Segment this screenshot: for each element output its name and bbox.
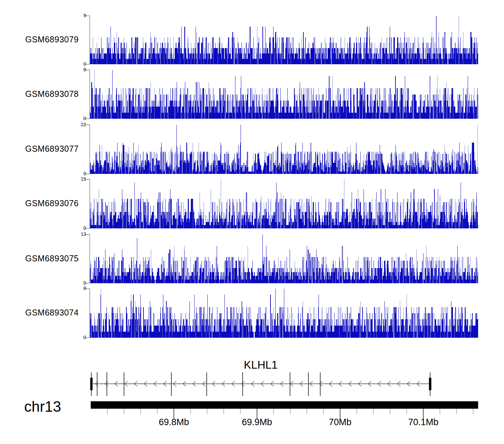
y-axis-max-label: 22 <box>69 122 86 127</box>
y-axis-max-label: 13 <box>69 231 86 237</box>
y-axis-min-label: 0 <box>69 225 86 231</box>
y-axis-max-label: 9 <box>69 13 86 18</box>
y-axis-max-label: 8 <box>69 286 86 291</box>
chromosome-ruler-layer <box>91 401 478 419</box>
gene-name-label: KLHL1 <box>210 359 311 371</box>
y-axis-min-label: 0 <box>69 61 86 67</box>
genome-browser-view: KLHL1 chr13 GSM689307990GSM689307880GSM6… <box>0 0 504 444</box>
genome-browser-canvas <box>0 0 504 444</box>
y-axis-min-label: 0 <box>69 171 86 176</box>
coverage-signal <box>90 125 478 174</box>
chromosome-label: chr13 <box>24 398 61 415</box>
track-label: GSM6893075 <box>25 254 99 263</box>
y-axis-max-label: 8 <box>69 67 86 72</box>
y-axis-min-label: 0 <box>69 280 86 286</box>
track-label: GSM6893079 <box>25 35 99 44</box>
y-axis-min-label: 0 <box>69 335 86 340</box>
coverage-signal <box>90 289 478 338</box>
track-label: GSM6893074 <box>25 308 99 318</box>
chromosome-ideogram-bar <box>91 401 478 409</box>
ruler-tick-label: 70.1Mb <box>396 417 450 428</box>
ruler-tick-label: 70Mb <box>313 417 367 428</box>
y-axis-min-label: 0 <box>69 116 86 121</box>
terminal-exon-box <box>90 378 93 390</box>
ruler-tick-label: 69.8Mb <box>147 417 201 428</box>
terminal-exon-box <box>429 378 431 390</box>
coverage-signal <box>90 183 478 228</box>
track-label: GSM6893076 <box>25 198 99 208</box>
gene-model-layer <box>90 372 431 396</box>
track-label: GSM6893077 <box>25 144 99 154</box>
coverage-signal <box>90 16 478 64</box>
track-label: GSM6893078 <box>25 89 99 99</box>
coverage-signal <box>90 234 478 283</box>
ruler-tick-label: 69.9Mb <box>230 417 284 428</box>
y-axis-max-label: 15 <box>69 176 86 182</box>
coverage-tracks-layer <box>85 16 478 338</box>
